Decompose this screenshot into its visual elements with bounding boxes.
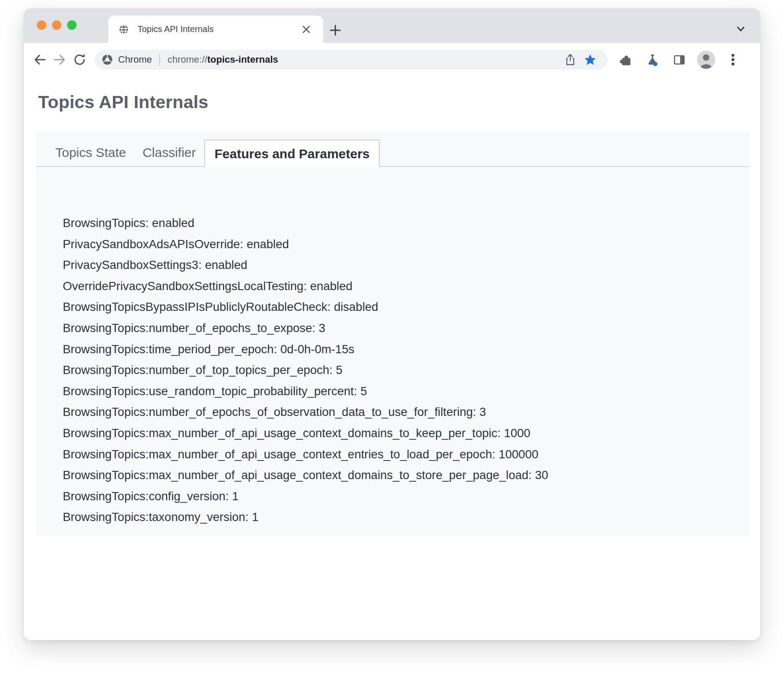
forward-icon[interactable]: [50, 50, 70, 70]
tab-search-chevron-icon[interactable]: [734, 22, 747, 35]
address-bar[interactable]: Chrome chrome://topics-internals: [95, 50, 607, 70]
window-controls: [37, 20, 77, 30]
feature-row: BrowsingTopics:time_period_per_epoch: 0d…: [63, 339, 737, 360]
url-host: topics-internals: [207, 54, 278, 65]
feature-row: BrowsingTopics:number_of_epochs_of_obser…: [63, 402, 737, 423]
toolbar-action-icons: [615, 49, 743, 70]
url-scheme: chrome://: [167, 54, 207, 65]
window-close-button[interactable]: [37, 20, 46, 30]
window-zoom-button[interactable]: [67, 20, 77, 30]
page-content: Topics API Internals Topics State Classi…: [24, 92, 760, 640]
browser-toolbar: Chrome chrome://topics-internals: [24, 43, 760, 77]
feature-row: BrowsingTopics:number_of_epochs_to_expos…: [63, 318, 737, 339]
feature-row: BrowsingTopics:max_number_of_api_usage_c…: [63, 465, 737, 486]
chrome-labs-flask-icon[interactable]: [642, 49, 663, 70]
feature-row: BrowsingTopicsBypassIPIsPubliclyRoutable…: [63, 297, 737, 318]
feature-row: BrowsingTopics:use_random_topic_probabil…: [63, 381, 737, 402]
feature-row: BrowsingTopics:config_version: 1: [63, 486, 737, 507]
chrome-logo-icon: [102, 54, 113, 65]
tab-topics-state[interactable]: Topics State: [47, 139, 134, 166]
feature-row: PrivacySandboxSettings3: enabled: [63, 255, 737, 276]
page-title: Topics API Internals: [38, 92, 760, 112]
feature-row: BrowsingTopics:max_number_of_api_usage_c…: [63, 444, 737, 465]
side-panel-icon[interactable]: [669, 49, 690, 70]
feature-row: PrivacySandboxAdsAPIsOverride: enabled: [63, 234, 737, 255]
tab-features-and-parameters[interactable]: Features and Parameters: [204, 140, 380, 167]
back-icon[interactable]: [30, 50, 50, 70]
url-text[interactable]: chrome://topics-internals: [167, 54, 278, 65]
profile-avatar[interactable]: [696, 49, 717, 70]
internals-tab-row: Topics State Classifier Features and Par…: [36, 131, 750, 167]
new-tab-button[interactable]: [328, 23, 342, 37]
bookmark-star-icon[interactable]: [582, 51, 599, 68]
feature-row: BrowsingTopics:taxonomy_version: 1: [63, 507, 737, 528]
feature-row: OverridePrivacySandboxSettingsLocalTesti…: [63, 276, 737, 297]
feature-row: BrowsingTopics:max_number_of_api_usage_c…: [63, 423, 737, 444]
browser-window: Topics API Internals: [24, 8, 760, 640]
close-tab-icon[interactable]: [300, 23, 313, 36]
feature-row: BrowsingTopics: enabled: [63, 213, 737, 234]
extensions-puzzle-icon[interactable]: [615, 49, 636, 70]
feature-row: BrowsingTopics:number_of_top_topics_per_…: [63, 360, 737, 381]
feature-list: BrowsingTopics: enabledPrivacySandboxAds…: [36, 167, 750, 528]
reload-icon[interactable]: [70, 50, 90, 70]
browser-tab-title: Topics API Internals: [138, 24, 300, 34]
browser-tab-strip: Topics API Internals: [24, 8, 760, 43]
tabbox-panel: Topics State Classifier Features and Par…: [36, 131, 750, 536]
menu-kebab-icon[interactable]: [723, 49, 743, 70]
share-icon[interactable]: [562, 51, 579, 68]
globe-favicon-icon: [119, 24, 129, 35]
tab-classifier[interactable]: Classifier: [134, 139, 204, 166]
window-minimize-button[interactable]: [52, 20, 61, 30]
search-engine-label: Chrome: [118, 54, 152, 65]
browser-tab[interactable]: Topics API Internals: [108, 16, 323, 43]
omnibox-divider: [159, 54, 160, 65]
